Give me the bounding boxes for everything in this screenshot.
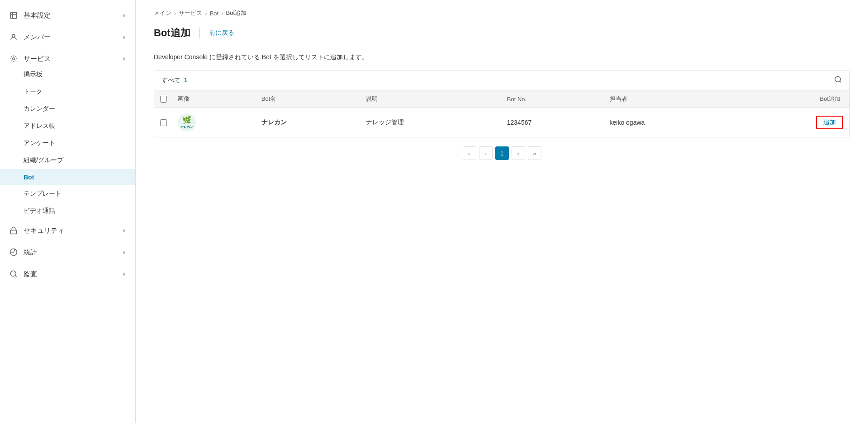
- row-add-cell: 追加: [737, 108, 849, 137]
- sidebar-item-stats[interactable]: 統計 ∨: [0, 241, 135, 263]
- svg-rect-0: [10, 12, 17, 19]
- bot-name: ナレカン: [261, 118, 287, 126]
- col-checkbox: [154, 90, 172, 108]
- breadcrumb-main: メイン: [154, 9, 171, 17]
- sidebar-label-security: セキュリティ: [24, 226, 64, 235]
- breadcrumb-sep-1: ›: [174, 10, 176, 17]
- chevron-down-icon: ∨: [122, 271, 126, 277]
- pagination: « ‹ 1 › »: [154, 137, 850, 164]
- breadcrumb-sep-2: ›: [205, 10, 207, 17]
- breadcrumb-current: Bot追加: [226, 9, 247, 17]
- row-owner-cell: keiko ogawa: [604, 108, 737, 137]
- svg-line-10: [840, 81, 841, 82]
- col-image-header: 画像: [172, 90, 256, 108]
- table-header-row: 画像 Bot名 説明 Bot No. 担当者 Bot追加: [154, 90, 849, 108]
- chevron-down-icon: ∨: [122, 249, 126, 255]
- row-checkbox-cell: [154, 108, 172, 137]
- pagination-next[interactable]: ›: [512, 146, 525, 160]
- bot-avatar-label: ナレカン: [180, 125, 193, 129]
- sidebar: 基本設定 ∨ メンバー ∨ サービス ∧ 掲示板 トーク カレン: [0, 0, 136, 423]
- chevron-down-icon: ∨: [122, 34, 126, 40]
- sidebar-item-member[interactable]: メンバー ∨: [0, 26, 135, 48]
- bot-table: 画像 Bot名 説明 Bot No. 担当者 Bot追加: [154, 90, 849, 137]
- table-row: 🌿 ナレカン ナレカン ナレッジ管理 1234567 keiko ogawa 追…: [154, 108, 849, 137]
- add-bot-button[interactable]: 追加: [816, 116, 843, 129]
- sidebar-label-kihon: 基本設定: [24, 11, 51, 20]
- pagination-last[interactable]: »: [528, 146, 541, 160]
- tab-all[interactable]: すべて 1: [161, 76, 188, 85]
- pagination-prev[interactable]: ‹: [479, 146, 493, 160]
- svg-rect-5: [10, 230, 17, 234]
- sidebar-item-audit[interactable]: 監査 ∨: [0, 263, 135, 285]
- col-botno-header: Bot No.: [502, 90, 604, 108]
- row-checkbox[interactable]: [160, 119, 167, 126]
- kihon-icon: [9, 11, 18, 20]
- security-icon: [9, 226, 18, 235]
- sidebar-item-talk[interactable]: トーク: [0, 83, 135, 100]
- col-botname-header: Bot名: [256, 90, 360, 108]
- sidebar-item-calendar[interactable]: カレンダー: [0, 100, 135, 118]
- sidebar-item-video[interactable]: ビデオ通話: [0, 202, 135, 220]
- sidebar-item-address[interactable]: アドレス帳: [0, 118, 135, 135]
- bot-avatar: 🌿 ナレカン: [178, 113, 196, 132]
- svg-point-9: [835, 76, 840, 82]
- breadcrumb-service: サービス: [179, 9, 202, 17]
- sidebar-item-org[interactable]: 組織/グループ: [0, 152, 135, 169]
- sidebar-item-service[interactable]: サービス ∧: [0, 48, 135, 66]
- sidebar-item-template[interactable]: テンプレート: [0, 185, 135, 202]
- stats-icon: [9, 248, 18, 257]
- tab-area: すべて 1: [154, 71, 849, 90]
- service-icon: [9, 54, 18, 63]
- sidebar-subitems-service: 掲示板 トーク カレンダー アドレス帳 アンケート 組織/グループ Bot テン…: [0, 66, 135, 220]
- row-description-cell: ナレッジ管理: [360, 108, 502, 137]
- audit-icon: [9, 269, 18, 278]
- breadcrumb-bot: Bot: [210, 10, 219, 17]
- row-botno-cell: 1234567: [502, 108, 604, 137]
- chevron-down-icon: ∨: [122, 12, 126, 19]
- bot-avatar-icon: 🌿: [182, 116, 191, 124]
- sidebar-label-member: メンバー: [24, 33, 51, 42]
- row-image-cell: 🌿 ナレカン: [172, 108, 256, 137]
- col-add-header: Bot追加: [737, 90, 849, 108]
- header-divider: [199, 28, 200, 38]
- tab-all-count: 1: [184, 76, 188, 84]
- sidebar-label-service: サービス: [24, 55, 51, 63]
- chevron-down-icon: ∨: [122, 227, 126, 234]
- sidebar-item-keijiban[interactable]: 掲示板: [0, 66, 135, 83]
- page-header: Bot追加 前に戻る: [154, 26, 850, 40]
- page-description: Developer Console に登録されている Bot を選択してリストに…: [154, 53, 850, 61]
- member-icon: [9, 33, 18, 42]
- select-all-checkbox[interactable]: [160, 96, 167, 103]
- row-botname-cell: ナレカン: [256, 108, 360, 137]
- sidebar-item-kihon[interactable]: 基本設定 ∨: [0, 5, 135, 26]
- table-container: すべて 1 画像 Bot名 説明 Bot No.: [154, 70, 850, 137]
- pagination-current[interactable]: 1: [495, 146, 509, 160]
- page-title: Bot追加: [154, 26, 190, 40]
- sidebar-item-bot[interactable]: Bot: [0, 169, 135, 185]
- tab-all-label: すべて: [161, 76, 180, 84]
- sidebar-item-security[interactable]: セキュリティ ∨: [0, 220, 135, 241]
- svg-point-3: [12, 34, 15, 37]
- search-icon[interactable]: [834, 75, 842, 85]
- col-description-header: 説明: [360, 90, 502, 108]
- sidebar-label-stats: 統計: [24, 248, 37, 257]
- chevron-up-icon: ∧: [122, 56, 126, 62]
- svg-point-4: [13, 58, 15, 60]
- col-owner-header: 担当者: [604, 90, 737, 108]
- svg-line-8: [15, 275, 16, 277]
- main-content: メイン › サービス › Bot › Bot追加 Bot追加 前に戻る Deve…: [136, 0, 868, 423]
- back-link[interactable]: 前に戻る: [209, 29, 234, 37]
- svg-point-7: [10, 271, 16, 276]
- sidebar-label-audit: 監査: [24, 270, 37, 278]
- breadcrumb-sep-3: ›: [221, 10, 223, 17]
- pagination-first[interactable]: «: [463, 146, 476, 160]
- sidebar-item-enquete[interactable]: アンケート: [0, 135, 135, 152]
- breadcrumb: メイン › サービス › Bot › Bot追加: [154, 9, 850, 17]
